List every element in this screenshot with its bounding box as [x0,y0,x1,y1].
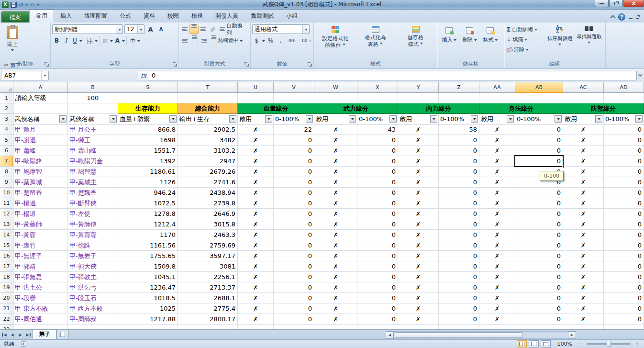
cell-AD23[interactable] [604,325,644,329]
cell-U7[interactable]: ✗ [238,156,274,167]
tab-負載測試[interactable]: 負載測試 [244,10,280,22]
row-header-22[interactable]: 22 [0,314,13,325]
cell-T17[interactable]: 3081 [178,261,238,272]
filter-dropdown-icon[interactable] [265,115,272,123]
cell-Y20[interactable]: ✗ [398,293,439,303]
filter-dropdown-icon[interactable] [635,115,643,123]
cell-S16[interactable]: 1755.65 [118,251,178,261]
cell-V4[interactable]: 22 [274,124,314,135]
cell-A12[interactable]: 甲-楊逍 [13,209,68,219]
percent-button[interactable]: % [266,36,275,45]
row-header-5[interactable]: 5 [0,135,13,146]
cell-U9[interactable]: ✗ [238,177,274,188]
select-all-corner[interactable] [0,82,13,93]
cell-U14[interactable]: ✗ [238,230,274,240]
cell-T6[interactable]: 3103.2 [178,146,238,156]
cell-Z6[interactable]: 0 [439,146,479,156]
cell-B1[interactable]: 100 [68,93,118,103]
column-header-T[interactable]: T [178,82,238,93]
cell-T18[interactable]: 2256.1 [178,272,238,282]
cell-V22[interactable]: 0 [274,314,314,325]
phonetic-button[interactable]: 中 [128,36,137,45]
cell-S23[interactable] [118,325,178,329]
paste-button[interactable]: 貼上 [1,23,23,59]
phonetic-dropdown-icon[interactable] [137,40,140,44]
cell-T10[interactable]: 2438.94 [178,188,238,198]
cell-X5[interactable]: 0 [357,135,398,146]
tab-版面配置[interactable]: 版面配置 [78,10,113,22]
cell-AC13[interactable]: ✗ [563,219,604,230]
column-header-Y[interactable]: Y [398,82,439,93]
cell-AB18[interactable]: 0 [515,272,563,282]
cell-AB1[interactable] [515,93,563,103]
cell-AC19[interactable]: ✗ [563,282,604,293]
cell-Z5[interactable]: 0 [439,135,479,146]
cell-Z13[interactable]: 0 [439,219,479,230]
cell-AD20[interactable]: 0 [604,293,644,303]
cell-X22[interactable]: 0 [357,314,398,325]
cell-V8[interactable]: 0 [274,167,314,177]
last-sheet-icon[interactable]: ▶ [24,330,33,339]
row-header-1[interactable]: 1 [0,93,13,103]
currency-button[interactable]: $ [252,36,261,45]
cell-AC15[interactable]: ✗ [563,240,604,251]
tab-插入[interactable]: 插入 [54,10,78,22]
tab-常用[interactable]: 常用 [29,10,54,22]
filter-dropdown-icon[interactable] [507,115,514,123]
cell-X8[interactable]: 0 [357,167,398,177]
cell-AA19[interactable]: ✗ [479,282,515,293]
cell-AC6[interactable]: ✗ [563,146,604,156]
cell-AB20[interactable]: 0 [515,293,563,303]
cell-W9[interactable]: ✗ [314,177,357,188]
cell-AD7[interactable]: 0 [604,156,644,167]
cell-AA8[interactable]: ✗ [479,167,515,177]
cell-U21[interactable]: ✗ [238,303,274,314]
macro-record-icon[interactable] [21,341,26,347]
row-header-11[interactable]: 11 [0,198,13,209]
filter-dropdown-icon[interactable] [595,115,602,123]
cell-AB17[interactable]: 0 [515,261,563,272]
cell-AC17[interactable]: ✗ [563,261,604,272]
cell-A17[interactable]: 甲-郭靖 [13,261,68,272]
filter-cell-AB3[interactable]: 0-100% [515,114,563,124]
cell-S15[interactable]: 1161.56 [118,240,178,251]
row-header-23[interactable]: 23 [0,325,13,329]
save-icon[interactable] [11,2,17,8]
cell-AA9[interactable]: ✗ [479,177,515,188]
bold-button[interactable]: B [52,36,61,45]
grow-font-button[interactable]: A [146,25,155,34]
cell-AC1[interactable] [563,93,604,103]
cell-Z19[interactable]: 0 [439,282,479,293]
cell-W19[interactable]: ✗ [314,282,357,293]
cell-Y11[interactable]: ✗ [398,198,439,209]
row-header-19[interactable]: 19 [0,282,13,293]
cell-AB14[interactable]: 0 [515,230,563,240]
row-header-21[interactable]: 21 [0,303,13,314]
number-format-combo[interactable]: 通用格式 [252,24,310,34]
cell-A15[interactable]: 甲-虛竹 [13,240,68,251]
cell-A2[interactable] [13,103,68,114]
number-format-dropdown-icon[interactable] [302,25,309,34]
cell-AB6[interactable]: 0 [515,146,563,156]
cell-B5[interactable]: 甲-獅王 [68,135,118,146]
cell-T19[interactable]: 2713.37 [178,282,238,293]
cell-T13[interactable]: 3015.8 [178,219,238,230]
sheet-tab-active[interactable]: 弟子 [33,330,56,339]
cell-AD11[interactable]: 0 [604,198,644,209]
row-header-2[interactable]: 2 [0,103,13,114]
cell-AA17[interactable]: ✗ [479,261,515,272]
filter-cell-V3[interactable]: 0-100% [274,114,314,124]
row-header-14[interactable]: 14 [0,230,13,240]
cell-S21[interactable]: 1025 [118,303,178,314]
help-icon[interactable]: ? [618,13,625,21]
cell-S20[interactable]: 1018.5 [118,293,178,303]
cell-U5[interactable]: ✗ [238,135,274,146]
cell-AC20[interactable]: ✗ [563,293,604,303]
insert-function-button[interactable]: fx [138,71,149,80]
borders-button[interactable] [86,36,95,45]
view-page-break-button[interactable] [541,340,551,348]
cell-AB21[interactable]: 0 [515,303,563,314]
minimize-button[interactable] [595,0,609,7]
cell-V23[interactable] [274,325,314,329]
cell-T7[interactable]: 2947 [178,156,238,167]
